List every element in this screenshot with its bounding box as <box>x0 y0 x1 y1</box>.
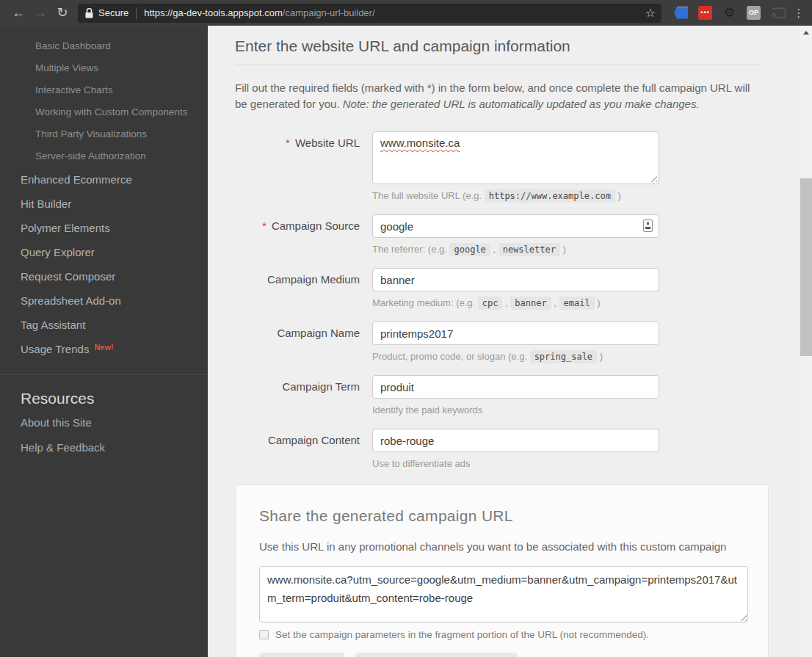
main-content: Enter the website URL and campaign infor… <box>208 26 800 657</box>
code-chip: https://www.example.com <box>485 189 615 203</box>
website-url-textarea[interactable]: www.monsite.ca <box>372 131 659 184</box>
sidebar-item-label: Tag Assistant <box>21 319 85 331</box>
shorten-url-button[interactable] <box>355 653 518 657</box>
sidebar: Basic DashboardMultiple ViewsInteractive… <box>0 26 208 657</box>
sidebar-item-enhanced-ecommerce[interactable]: Enhanced Ecommerce <box>0 167 208 192</box>
lock-icon[interactable] <box>85 8 93 18</box>
extension-lastpass-icon[interactable]: ••• <box>698 6 712 20</box>
form-row-campaign-name: Campaign NameProduct, promo code, or slo… <box>235 322 800 363</box>
cast-icon[interactable] <box>771 6 785 20</box>
form-row-campaign-term: Campaign TermIdentify the paid keywords <box>235 375 800 416</box>
code-chip: google <box>449 243 490 256</box>
resources-list: About this SiteHelp & Feedback <box>0 410 208 460</box>
back-icon[interactable]: ← <box>7 0 29 26</box>
sidebar-item-usage-trends[interactable]: Usage TrendsNew! <box>0 337 208 361</box>
campaign-medium-help: Marketing medium: (e.g. cpc , banner , e… <box>372 297 659 309</box>
sidebar-item-working-with-custom-components[interactable]: Working with Custom Components <box>0 101 208 123</box>
sidebar-item-label: Polymer Elements <box>21 222 110 234</box>
url-path: /campaign-url-builder/ <box>283 7 375 18</box>
extension-op-icon[interactable]: OP <box>747 6 761 20</box>
refresh-icon[interactable]: ↻ <box>51 0 73 26</box>
campaign-content-label: Campaign Content <box>235 429 360 470</box>
campaign-term-label: Campaign Term <box>235 375 360 416</box>
campaign-term-input[interactable] <box>372 375 659 399</box>
sidebar-item-hit-builder[interactable]: Hit Builder <box>0 192 208 216</box>
sidebar-item-basic-dashboard[interactable]: Basic Dashboard <box>0 35 208 57</box>
campaign-form: *Website URLwww.monsite.caThe full websi… <box>235 131 800 470</box>
form-row-campaign-medium: Campaign MediumMarketing medium: (e.g. c… <box>235 268 800 309</box>
website-url-label-text: Website URL <box>295 137 360 149</box>
browser-menu-icon[interactable]: ⋮ <box>790 0 808 26</box>
campaign-name-help: Product, promo code, or slogan (e.g. spr… <box>372 351 659 363</box>
new-badge: New! <box>94 343 113 352</box>
campaign-source-label: *Campaign Source <box>235 214 360 255</box>
campaign-source-label-text: Campaign Source <box>272 219 360 232</box>
sidebar-item-label: Working with Custom Components <box>35 106 188 117</box>
form-row-campaign-content: Campaign ContentUse to differentiate ads <box>235 429 800 470</box>
sidebar-nav: Basic DashboardMultiple ViewsInteractive… <box>0 35 208 361</box>
extension-tab-icon[interactable] <box>674 6 688 20</box>
sidebar-item-label: Request Composer <box>21 270 115 283</box>
sidebar-item-interactive-charts[interactable]: Interactive Charts <box>0 79 208 101</box>
secure-label: Secure <box>98 7 128 18</box>
scrollbar-thumb[interactable] <box>800 178 812 356</box>
campaign-source-help: The referrer: (e.g. google , newsletter … <box>372 244 659 255</box>
sidebar-item-help-feedback[interactable]: Help & Feedback <box>0 435 208 460</box>
sidebar-item-server-side-authorization[interactable]: Server-side Authorization <box>0 145 208 167</box>
campaign-name-input[interactable] <box>372 322 659 345</box>
sidebar-item-label: Hit Builder <box>21 197 71 210</box>
website-url-label: *Website URL <box>235 131 360 202</box>
website-url-value: www.monsite.ca <box>380 137 460 149</box>
fragment-checkbox[interactable] <box>259 630 269 639</box>
browser-toolbar: ← → ↻ Secure https://ga-dev-tools.appspo… <box>0 0 812 26</box>
code-chip: newsletter <box>499 243 560 256</box>
share-card: Share the generated campaign URL Use thi… <box>235 484 769 657</box>
scrollbar-track[interactable] <box>800 26 812 657</box>
code-chip: email <box>559 297 595 310</box>
campaign-term-help: Identify the paid keywords <box>372 404 659 416</box>
sidebar-item-label: Usage Trends <box>21 343 89 355</box>
omnibox-divider <box>136 7 137 19</box>
resize-handle[interactable] <box>650 175 657 182</box>
sidebar-item-label: Interactive Charts <box>35 84 113 95</box>
forward-icon[interactable]: → <box>29 0 51 26</box>
campaign-name-label: Campaign Name <box>235 322 360 363</box>
title-divider <box>235 65 762 65</box>
generated-url-textarea[interactable]: www.monsite.ca?utm_source=google&utm_med… <box>259 566 748 622</box>
sidebar-item-multiple-views[interactable]: Multiple Views <box>0 57 208 79</box>
copy-url-button[interactable] <box>259 653 344 657</box>
url-host: https://ga-dev-tools.appspot.com <box>144 7 283 18</box>
campaign-content-input[interactable] <box>372 429 659 452</box>
campaign-medium-label-text: Campaign Medium <box>267 273 360 286</box>
sidebar-item-spreadsheet-add-on[interactable]: Spreadsheet Add-on <box>0 288 208 313</box>
fragment-checkbox-label: Set the campaign parameters in the fragm… <box>275 629 649 640</box>
campaign-content-label-text: Campaign Content <box>268 434 360 446</box>
resources-heading: Resources <box>0 375 208 410</box>
sidebar-item-third-party-visualizations[interactable]: Third Party Visualizations <box>0 123 208 145</box>
address-bar[interactable]: Secure https://ga-dev-tools.appspot.com/… <box>78 4 661 23</box>
campaign-medium-input[interactable] <box>372 268 659 291</box>
share-card-title: Share the generated campaign URL <box>259 507 744 525</box>
page-title: Enter the website URL and campaign infor… <box>235 37 800 55</box>
code-chip: cpc <box>478 297 503 310</box>
required-asterisk: * <box>286 137 290 149</box>
sidebar-item-tag-assistant[interactable]: Tag Assistant <box>0 313 208 337</box>
form-row-campaign-source: *Campaign SourceThe referrer: (e.g. goog… <box>235 214 800 255</box>
sidebar-item-label: Enhanced Ecommerce <box>21 173 132 186</box>
campaign-content-help: Use to differentiate ads <box>372 458 659 470</box>
sidebar-item-about-this-site[interactable]: About this Site <box>0 410 208 435</box>
website-url-help: The full website URL (e.g. https://www.e… <box>372 190 659 202</box>
sidebar-item-request-composer[interactable]: Request Composer <box>0 264 208 288</box>
sidebar-item-label: Query Explorer <box>21 246 95 258</box>
campaign-source-input[interactable] <box>372 214 659 238</box>
sidebar-item-query-explorer[interactable]: Query Explorer <box>0 240 208 264</box>
scroll-up-arrow-icon[interactable] <box>803 31 809 35</box>
intro-text: Fill out the required fields (marked wit… <box>235 80 765 112</box>
campaign-name-label-text: Campaign Name <box>277 327 360 339</box>
bookmark-star-icon[interactable]: ☆ <box>639 6 656 20</box>
code-chip: banner <box>510 297 551 310</box>
code-chip: spring_sale <box>530 350 597 363</box>
sidebar-item-polymer-elements[interactable]: Polymer Elements <box>0 216 208 240</box>
extension-gear-icon[interactable]: ⚙ <box>722 6 736 20</box>
form-row-website-url: *Website URLwww.monsite.caThe full websi… <box>235 131 800 202</box>
